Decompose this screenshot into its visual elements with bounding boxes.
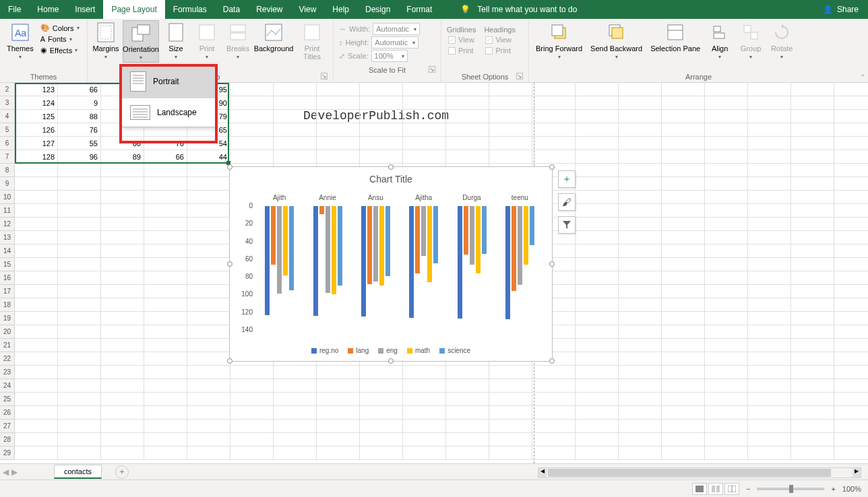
cell[interactable]: [532, 366, 576, 379]
cell[interactable]: [576, 406, 619, 420]
cell[interactable]: [748, 366, 791, 379]
cell[interactable]: [619, 352, 662, 366]
cell[interactable]: [489, 366, 532, 379]
chart-bar[interactable]: [464, 206, 468, 255]
cell[interactable]: [403, 96, 446, 110]
cell[interactable]: [15, 446, 58, 460]
cell[interactable]: [748, 339, 791, 352]
cell[interactable]: [317, 379, 360, 393]
cell[interactable]: [705, 352, 748, 366]
size-button[interactable]: Size▾: [162, 20, 190, 61]
cell[interactable]: [576, 204, 619, 218]
cell[interactable]: [187, 258, 230, 271]
cell[interactable]: [619, 218, 662, 231]
row-header[interactable]: 26: [0, 406, 15, 420]
cell[interactable]: [662, 298, 705, 312]
cell[interactable]: [101, 325, 144, 339]
cell[interactable]: 89: [101, 150, 144, 164]
cell[interactable]: [576, 325, 619, 339]
cell[interactable]: [705, 137, 748, 150]
cell[interactable]: [58, 339, 101, 352]
cell[interactable]: [187, 433, 230, 446]
cell[interactable]: [834, 231, 868, 244]
cell[interactable]: [489, 150, 532, 164]
cell[interactable]: [15, 218, 58, 231]
cell[interactable]: [619, 298, 662, 312]
tab-help[interactable]: Help: [324, 0, 357, 19]
cell[interactable]: [791, 231, 834, 244]
cell[interactable]: [489, 420, 532, 433]
cell[interactable]: [274, 150, 317, 164]
row-header[interactable]: 24: [0, 379, 15, 393]
chart-bar[interactable]: [373, 206, 378, 281]
cell[interactable]: [791, 433, 834, 446]
cell[interactable]: [230, 433, 274, 446]
cell[interactable]: [15, 244, 58, 258]
cell[interactable]: [144, 433, 187, 446]
effects-button[interactable]: ◉Effects▾: [39, 45, 81, 55]
cell[interactable]: [403, 406, 446, 420]
cell[interactable]: [144, 379, 187, 393]
cell[interactable]: [662, 258, 705, 271]
cell[interactable]: [705, 298, 748, 312]
cell[interactable]: [576, 339, 619, 352]
cell[interactable]: [101, 406, 144, 420]
cell[interactable]: [662, 218, 705, 231]
cell[interactable]: 128: [15, 150, 58, 164]
cell[interactable]: [662, 366, 705, 379]
cell[interactable]: [360, 433, 403, 446]
cell[interactable]: [15, 271, 58, 285]
cell[interactable]: [791, 379, 834, 393]
cell[interactable]: [576, 446, 619, 460]
cell[interactable]: [791, 406, 834, 420]
cell[interactable]: [15, 258, 58, 271]
cell[interactable]: [446, 446, 489, 460]
cell[interactable]: [662, 420, 705, 433]
cell[interactable]: [230, 406, 274, 420]
cell[interactable]: [662, 231, 705, 244]
cell[interactable]: [576, 177, 619, 191]
chart-bar[interactable]: [265, 206, 270, 315]
cell[interactable]: [230, 420, 274, 433]
cell[interactable]: [619, 339, 662, 352]
cell[interactable]: [705, 433, 748, 446]
cell[interactable]: [532, 96, 576, 110]
cell[interactable]: [705, 446, 748, 460]
orientation-portrait[interactable]: Portrait: [122, 65, 215, 98]
cell[interactable]: [748, 244, 791, 258]
cell[interactable]: [274, 123, 317, 137]
cell[interactable]: [489, 446, 532, 460]
cell[interactable]: [489, 406, 532, 420]
gridlines-view-checkbox[interactable]: ✓: [448, 36, 456, 44]
cell[interactable]: [101, 393, 144, 406]
chart-bar[interactable]: [361, 206, 366, 317]
cell[interactable]: [446, 379, 489, 393]
cell[interactable]: [446, 110, 489, 123]
cell[interactable]: [576, 271, 619, 285]
cell[interactable]: [58, 164, 101, 177]
cell[interactable]: [748, 96, 791, 110]
cell[interactable]: [403, 379, 446, 393]
cell[interactable]: [705, 177, 748, 191]
cell[interactable]: [705, 325, 748, 339]
cell[interactable]: [791, 96, 834, 110]
cell[interactable]: [834, 191, 868, 204]
cell[interactable]: [144, 231, 187, 244]
zoom-slider[interactable]: [757, 488, 824, 490]
cell[interactable]: [576, 298, 619, 312]
cell[interactable]: [705, 83, 748, 96]
cell[interactable]: [576, 352, 619, 366]
cell[interactable]: [748, 352, 791, 366]
cell[interactable]: [748, 325, 791, 339]
cell[interactable]: [705, 164, 748, 177]
cell[interactable]: [791, 177, 834, 191]
cell[interactable]: [144, 446, 187, 460]
new-sheet-button[interactable]: ＋: [115, 465, 129, 479]
cell[interactable]: [489, 433, 532, 446]
cell[interactable]: [791, 137, 834, 150]
cell[interactable]: [705, 285, 748, 298]
cell[interactable]: [834, 123, 868, 137]
cell[interactable]: 127: [15, 137, 58, 150]
cell[interactable]: [834, 325, 868, 339]
cell[interactable]: [187, 379, 230, 393]
